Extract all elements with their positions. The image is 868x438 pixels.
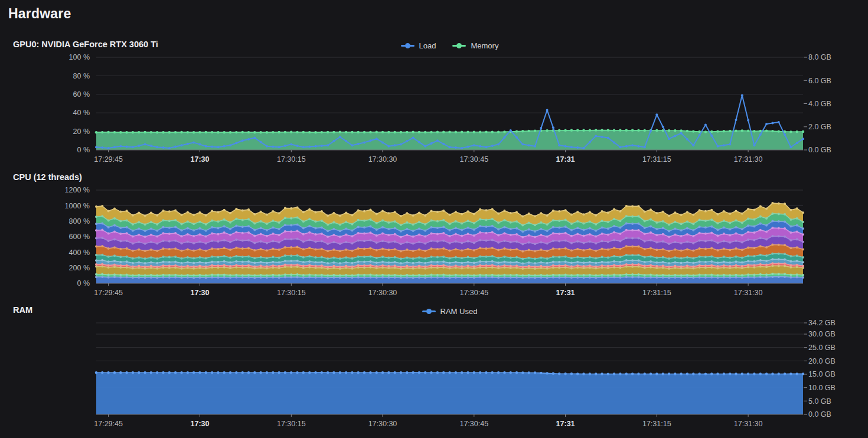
cpu-left-axis-label: 1200 % [65,186,90,194]
load-series-icon [401,45,415,47]
legend-item-ram-used[interactable]: RAM Used [422,307,478,316]
gpu-legend: LoadMemory [96,40,803,51]
ram-plot-area[interactable] [96,323,803,414]
cpu-left-axis-label: 600 % [69,233,90,241]
ram-right-axis-label: 25.0 GB [808,344,836,352]
gpu-time-label: 17:31:15 [642,155,671,164]
legend-item-load[interactable]: Load [401,41,436,50]
ram-time-label: 17:29:45 [94,420,123,428]
gpu-left-axis-label: 20 % [73,128,90,136]
gpu-plot-area[interactable] [96,57,803,150]
gpu-left-axis-label: 0 % [77,146,90,154]
ram-time-label: 17:30:45 [459,420,488,428]
ram-right-axis-label: 20.0 GB [808,357,836,365]
gpu-right-axis-label: 6.0 GB [808,77,831,85]
ram-right-axis-label: 34.2 GB [808,319,836,327]
memory-series-icon [452,45,466,47]
load-series-dot-icon [405,43,410,48]
ram-right-axis-label: 10.0 GB [808,384,836,392]
gpu-left-axis-label: 100 % [69,53,90,61]
gpu-right-axis-label: 2.0 GB [808,123,831,131]
ram-time-label: 17:31:15 [642,420,671,428]
ram-used-series-dot-icon [426,309,432,314]
ram-chart[interactable]: 34.2 GB30.0 GB25.0 GB20.0 GB15.0 GB10.0 … [94,319,836,428]
cpu-left-axis-label: 200 % [69,264,90,272]
gpu-time-label: 17:30:15 [277,155,306,164]
gpu-time-label: 17:29:45 [94,155,123,164]
legend-label-ram-used: RAM Used [440,307,478,316]
gpu-left-axis-label: 60 % [73,90,90,99]
ram-right-axis-label: 0.0 GB [808,410,831,419]
cpu-time-label: 17:31:15 [642,289,671,297]
cpu-plot-area[interactable] [96,190,803,283]
gpu-time-label: 17:31 [556,155,575,164]
ram-right-axis-label: 15.0 GB [808,370,836,378]
gpu-right-axis-label: 0.0 GB [808,146,831,154]
cpu-left-axis-label: 400 % [69,249,90,257]
cpu-time-label: 17:30:45 [459,289,488,297]
gpu-time-label: 17:30:45 [459,155,488,164]
ram-time-label: 17:31 [556,420,575,428]
cpu-left-axis-label: 0 % [77,279,90,287]
ram-right-axis-label: 30.0 GB [808,330,836,338]
ram-time-label: 17:31:30 [734,420,763,428]
gpu-right-axis-label: 8.0 GB [808,53,831,61]
ram-time-label: 17:30:30 [368,420,397,428]
cpu-chart[interactable]: 1200 %1000 %800 %600 %400 %200 %0 %17:29… [65,186,804,297]
ram-time-label: 17:30 [191,420,210,428]
gpu-left-axis-label: 40 % [73,109,90,117]
ram-time-label: 17:30:15 [277,420,306,428]
gpu-time-label: 17:30:30 [368,155,397,164]
gpu-time-label: 17:31:30 [734,155,763,164]
cpu-left-axis-label: 1000 % [65,202,90,210]
legend-label-load: Load [419,41,436,50]
hardware-page: Hardware GPU0: NVIDIA GeForce RTX 3060 T… [0,0,868,438]
cpu-left-axis-label: 800 % [69,217,90,225]
cpu-time-label: 17:30:15 [277,289,306,297]
cpu-time-label: 17:31 [556,289,575,297]
gpu-left-axis-label: 80 % [73,72,90,80]
charts-canvas: 100 %80 %60 %40 %20 %0 %8.0 GB6.0 GB4.0 … [0,0,868,438]
cpu-time-label: 17:29:45 [94,289,123,297]
gpu-chart[interactable]: 100 %80 %60 %40 %20 %0 %8.0 GB6.0 GB4.0 … [69,53,831,164]
legend-item-memory[interactable]: Memory [452,41,498,50]
cpu-time-label: 17:30 [191,289,210,297]
ram-legend: RAM Used [96,305,803,317]
cpu-time-label: 17:31:30 [734,289,763,297]
memory-series-dot-icon [456,43,462,48]
legend-label-memory: Memory [471,41,498,50]
ram-used-series-icon [422,310,436,312]
gpu-right-axis-label: 4.0 GB [808,100,831,108]
cpu-time-label: 17:30:30 [368,289,397,297]
ram-right-axis-label: 5.0 GB [808,397,831,406]
gpu-time-label: 17:30 [191,155,210,164]
